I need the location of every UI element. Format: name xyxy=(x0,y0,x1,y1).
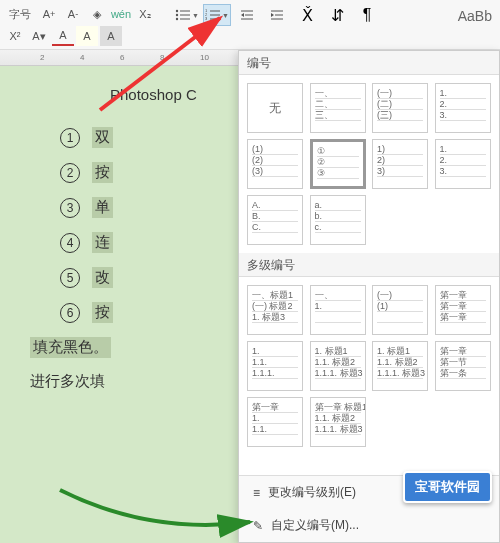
list-text: 双 xyxy=(92,127,113,148)
list-item: 5改 xyxy=(30,267,228,288)
svg-point-2 xyxy=(176,14,178,16)
preset-item[interactable]: 第一章第一节第一条 xyxy=(435,341,491,391)
numbering-dropdown-panel: 编号 无 一、二、三、 (一)(二)(三) 1.2.3. (1)(2)(3) ①… xyxy=(238,50,500,543)
preset-item[interactable]: 1.1.1.1.1.1. xyxy=(247,341,303,391)
toolbar-paragraph-group: ▼ 123 ▼ X̌ ⇵ ¶ AaBb xyxy=(171,2,498,47)
numbering-section-header: 编号 xyxy=(239,51,499,75)
document-text: 填充黑色。 xyxy=(30,337,111,358)
preset-item[interactable]: (一)(二)(三) xyxy=(372,83,428,133)
preset-item[interactable]: 1.2.3. xyxy=(435,83,491,133)
font-color-icon[interactable]: A xyxy=(52,26,74,46)
preset-item[interactable]: (1)(2)(3) xyxy=(247,139,303,189)
list-number: 5 xyxy=(60,268,80,288)
preset-item[interactable]: A.B.C. xyxy=(247,195,303,245)
paragraph-mark-button[interactable]: ¶ xyxy=(353,4,381,26)
increase-indent-button[interactable] xyxy=(263,4,291,26)
document-page[interactable]: Photoshop C 1双 2按 3单 4连 5改 6按 填充黑色。 进行多次… xyxy=(0,66,238,543)
svg-point-0 xyxy=(176,10,178,12)
preset-item[interactable]: 一、二、三、 xyxy=(310,83,366,133)
list-text: 按 xyxy=(92,302,113,323)
svg-marker-17 xyxy=(271,13,274,17)
multilevel-presets-grid: 一、标题1(一) 标题21. 标题3 一、1. (一)(1) 第一章第一章第一章… xyxy=(239,277,499,455)
preset-item[interactable]: 1. 标题11.1. 标题21.1.1. 标题3 xyxy=(310,341,366,391)
list-text: 连 xyxy=(92,232,113,253)
chevron-down-icon: ▼ xyxy=(222,12,229,19)
list-text: 改 xyxy=(92,267,113,288)
list-text: 单 xyxy=(92,197,113,218)
list-text: 按 xyxy=(92,162,113,183)
list-item: 3单 xyxy=(30,197,228,218)
preset-item[interactable]: a.b.c. xyxy=(310,195,366,245)
pencil-icon: ✎ xyxy=(253,519,263,533)
change-case-icon[interactable]: A▾ xyxy=(28,26,50,46)
sort-button[interactable]: ⇵ xyxy=(323,4,351,26)
text-direction-button[interactable]: X̌ xyxy=(293,4,321,26)
numbered-list-button[interactable]: 123 ▼ xyxy=(203,4,231,26)
list-item: 1双 xyxy=(30,127,228,148)
preset-item[interactable]: 一、标题1(一) 标题21. 标题3 xyxy=(247,285,303,335)
superscript-icon[interactable]: X² xyxy=(4,26,26,46)
document-text: 进行多次填 xyxy=(30,372,228,391)
font-size-label[interactable]: 字号 xyxy=(4,4,36,24)
list-number: 1 xyxy=(60,128,80,148)
document-title: Photoshop C xyxy=(110,86,228,103)
list-item: 6按 xyxy=(30,302,228,323)
preset-item[interactable]: 第一章1.1.1. xyxy=(247,397,303,447)
watermark-badge: 宝哥软件园 xyxy=(403,471,492,503)
toolbar: 字号 A+ A- ◈ wén X₂ X² A▾ A A A ▼ 123 ▼ X̌… xyxy=(0,0,500,50)
list-number: 6 xyxy=(60,303,80,323)
list-item: 2按 xyxy=(30,162,228,183)
list-number: 2 xyxy=(60,163,80,183)
custom-numbering-button[interactable]: ✎ 自定义编号(M)... xyxy=(239,509,499,542)
preset-item[interactable]: (一)(1) xyxy=(372,285,428,335)
svg-marker-13 xyxy=(241,13,244,17)
preset-item[interactable]: 第一章第一章第一章 xyxy=(435,285,491,335)
highlight-icon[interactable]: A xyxy=(76,26,98,46)
preset-item[interactable]: 1)2)3) xyxy=(372,139,428,189)
svg-point-4 xyxy=(176,18,178,20)
list-number: 3 xyxy=(60,198,80,218)
list-item: 4连 xyxy=(30,232,228,253)
style-preview[interactable]: AaBb xyxy=(454,4,496,28)
toolbar-font-group: 字号 A+ A- ◈ wén X₂ X² A▾ A A A xyxy=(2,2,171,47)
increase-font-icon[interactable]: A+ xyxy=(38,4,60,24)
preset-item[interactable]: 1.2.3. xyxy=(435,139,491,189)
char-shading-icon[interactable]: A xyxy=(100,26,122,46)
clear-format-icon[interactable]: ◈ xyxy=(86,4,108,24)
svg-text:3: 3 xyxy=(205,16,208,21)
preset-item[interactable]: 一、1. xyxy=(310,285,366,335)
list-number: 4 xyxy=(60,233,80,253)
numbering-presets-grid: 无 一、二、三、 (一)(二)(三) 1.2.3. (1)(2)(3) ①②③ … xyxy=(239,75,499,253)
decrease-indent-button[interactable] xyxy=(233,4,261,26)
preset-none[interactable]: 无 xyxy=(247,83,303,133)
preset-item-selected[interactable]: ①②③ xyxy=(310,139,366,189)
phonetic-guide-icon[interactable]: wén xyxy=(110,4,132,24)
decrease-font-icon[interactable]: A- xyxy=(62,4,84,24)
bullet-list-button[interactable]: ▼ xyxy=(173,4,201,26)
subscript-icon[interactable]: X₂ xyxy=(134,4,156,24)
preset-item[interactable]: 1. 标题11.1. 标题21.1.1. 标题3 xyxy=(372,341,428,391)
preset-item[interactable]: 第一章 标题11.1. 标题21.1.1. 标题3 xyxy=(310,397,366,447)
indent-icon: ≡ xyxy=(253,486,260,500)
chevron-down-icon: ▼ xyxy=(192,12,199,19)
multilevel-section-header: 多级编号 xyxy=(239,253,499,277)
